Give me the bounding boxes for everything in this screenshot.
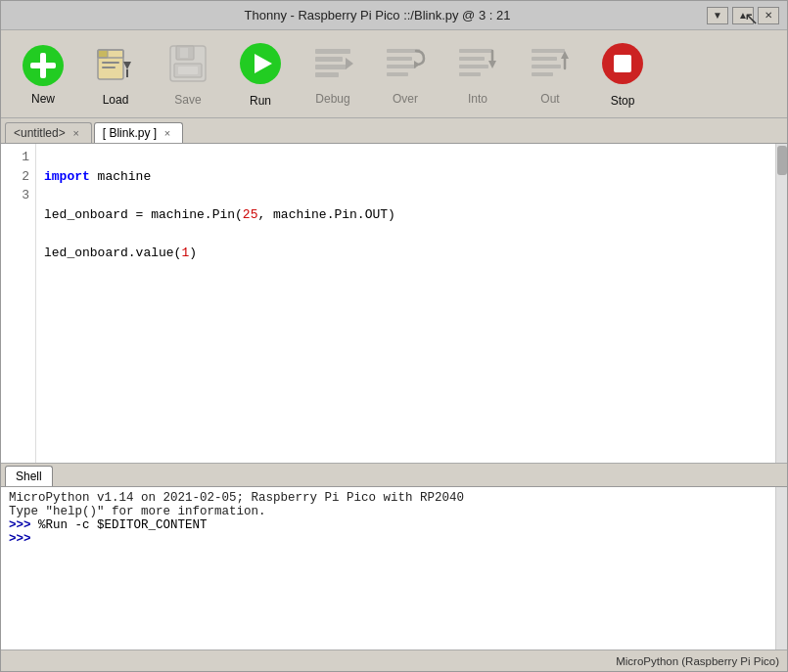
title-controls: ▼ ▲ ✕ [707,7,779,24]
editor-container: 1 2 3 import machine led_onboard = machi… [1,144,787,464]
tab-blink-label: [ Blink.py ] [103,126,157,140]
tab-untitled-close[interactable]: × [70,126,83,140]
tab-untitled[interactable]: <untitled> × [5,122,92,143]
svg-rect-17 [315,49,350,54]
stop-button[interactable]: Stop [588,35,657,113]
shell-prompt2: >>> [9,532,31,546]
toolbar: New Load [1,30,787,118]
title-text: Thonny - Raspberry Pi Pico ::/Blink.py @… [48,8,707,22]
svg-rect-20 [315,72,339,77]
svg-rect-34 [532,57,557,61]
svg-rect-12 [180,48,188,58]
tab-blink[interactable]: [ Blink.py ] × [94,122,183,143]
svg-rect-30 [459,72,481,76]
close-button[interactable]: ✕ [758,7,779,24]
svg-rect-19 [315,65,347,69]
out-icon [530,43,571,88]
title-bar: Thonny - Raspberry Pi Pico ::/Blink.py @… [1,1,787,30]
load-label: Load [103,93,129,107]
svg-rect-24 [387,65,416,68]
shell-cmd1: %Run -c $EDITOR_CONTENT [38,518,208,532]
new-icon [21,43,66,88]
tab-untitled-label: <untitled> [14,126,66,140]
run-button[interactable]: Run [226,35,295,113]
line-number-3: 3 [9,186,29,205]
svg-rect-35 [532,65,561,68]
code-editor[interactable]: import machine led_onboard = machine.Pin… [36,144,775,463]
editor-scrollbar[interactable] [775,144,787,463]
svg-marker-21 [346,58,353,69]
svg-rect-6 [102,62,119,64]
shell-tab[interactable]: Shell [5,466,53,486]
svg-rect-36 [532,72,553,76]
svg-marker-8 [123,62,131,69]
shell-output[interactable]: MicroPython v1.14 on 2021-02-05; Raspber… [1,487,775,650]
debug-label: Debug [315,92,349,106]
stop-label: Stop [611,94,635,108]
tab-blink-close[interactable]: × [161,126,174,140]
load-button[interactable]: Load [81,35,150,113]
out-button[interactable]: Out [516,35,584,113]
svg-rect-23 [387,57,412,61]
shell-info-line2: Type "help()" for more information. [9,505,767,518]
into-label: Into [468,92,487,106]
shell-prompt-line2: >>> [9,532,767,546]
svg-rect-40 [614,55,631,72]
new-button[interactable]: New [9,35,77,113]
into-button[interactable]: Into [443,35,512,113]
editor-scroll-thumb[interactable] [777,146,787,175]
svg-marker-32 [488,61,496,68]
svg-rect-27 [459,49,492,53]
svg-rect-2 [30,63,56,68]
shell-scrollbar[interactable] [775,487,787,650]
line-number-1: 1 [9,148,29,167]
svg-rect-7 [102,67,116,68]
svg-rect-14 [178,67,198,74]
out-label: Out [540,92,559,106]
svg-rect-18 [315,57,343,62]
shell-body: MicroPython v1.14 on 2021-02-05; Raspber… [1,487,787,650]
line-numbers: 1 2 3 [1,144,36,463]
svg-rect-4 [98,50,108,58]
save-label: Save [174,93,201,107]
line-number-2: 2 [9,167,29,187]
status-bar: MicroPython (Raspberry Pi Pico) [1,650,787,671]
minimize-button[interactable]: ▼ [707,7,728,24]
svg-rect-9 [126,69,128,77]
svg-marker-26 [414,61,420,68]
stop-icon [600,41,645,90]
shell-container: Shell MicroPython v1.14 on 2021-02-05; R… [1,464,787,650]
load-icon [94,42,137,89]
svg-rect-29 [459,65,488,68]
save-icon [166,42,209,89]
tab-bar: <untitled> × [ Blink.py ] × [1,118,787,144]
into-icon [457,43,498,88]
svg-rect-28 [459,57,485,61]
shell-prompt1: >>> [9,518,31,532]
over-button[interactable]: Over [371,35,440,113]
run-icon [238,41,283,90]
maximize-button[interactable]: ▲ [732,7,754,24]
debug-button[interactable]: Debug [299,35,367,113]
save-button[interactable]: Save [154,35,222,113]
over-label: Over [393,92,418,106]
svg-rect-25 [387,72,408,76]
shell-info-line1: MicroPython v1.14 on 2021-02-05; Raspber… [9,491,767,505]
new-label: New [31,92,55,106]
over-icon [385,43,426,88]
svg-rect-33 [532,49,565,53]
shell-tab-bar: Shell [1,464,787,487]
run-label: Run [250,94,271,108]
shell-cmd-line: >>> %Run -c $EDITOR_CONTENT [9,518,767,532]
status-text: MicroPython (Raspberry Pi Pico) [616,655,779,667]
debug-icon [312,43,353,88]
